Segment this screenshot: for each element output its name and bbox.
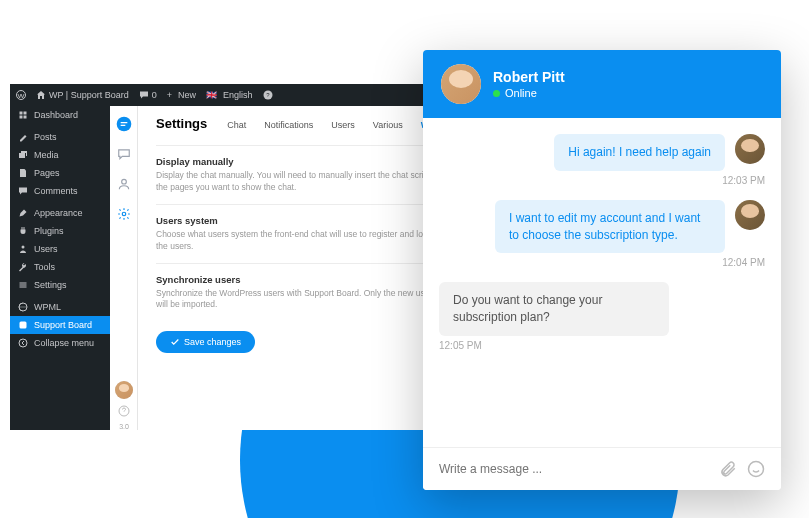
menu-collapse-label: Collapse menu xyxy=(34,338,94,348)
wp-admin-sidebar: Dashboard Posts Media Pages Comments App… xyxy=(10,106,110,430)
menu-comments-label: Comments xyxy=(34,186,78,196)
agent-status: Online xyxy=(493,87,565,99)
menu-posts[interactable]: Posts xyxy=(10,128,110,146)
current-user-avatar[interactable] xyxy=(115,381,133,399)
language-switch[interactable]: 🇬🇧English xyxy=(206,90,253,100)
help-icon[interactable] xyxy=(118,405,130,417)
message-bubble: Do you want to change your subscription … xyxy=(439,282,669,336)
menu-pages-label: Pages xyxy=(34,168,60,178)
svg-point-11 xyxy=(749,462,764,477)
menu-media-label: Media xyxy=(34,150,59,160)
help-icon[interactable]: ? xyxy=(263,90,273,100)
lang-text: English xyxy=(223,90,253,100)
setting-desc: Display the chat manually. You will need… xyxy=(156,170,446,194)
attachment-icon[interactable] xyxy=(719,460,737,478)
chat-header: Robert Pitt Online xyxy=(423,50,781,118)
chat-widget: Robert Pitt Online Hi again! I need help… xyxy=(423,50,781,490)
message-row: Hi again! I need help again xyxy=(439,134,765,171)
save-button[interactable]: Save changes xyxy=(156,331,255,353)
menu-dashboard-label: Dashboard xyxy=(34,110,78,120)
agent-avatar xyxy=(441,64,481,104)
user-avatar xyxy=(735,200,765,230)
svg-point-9 xyxy=(122,212,126,216)
message-time: 12:03 PM xyxy=(439,175,765,186)
menu-pages[interactable]: Pages xyxy=(10,164,110,182)
chat-body: Hi again! I need help again 12:03 PM I w… xyxy=(423,118,781,447)
svg-rect-5 xyxy=(20,322,27,329)
wp-logo[interactable] xyxy=(16,90,26,100)
menu-support-board-label: Support Board xyxy=(34,320,92,330)
agent-name: Robert Pitt xyxy=(493,69,565,85)
version-label: 3.0 xyxy=(119,423,129,430)
tab-notifications[interactable]: Notifications xyxy=(264,120,313,130)
agent-status-text: Online xyxy=(505,87,537,99)
menu-media[interactable]: Media xyxy=(10,146,110,164)
new-content[interactable]: +New xyxy=(167,90,196,100)
message-bubble: Hi again! I need help again xyxy=(554,134,725,171)
menu-dashboard[interactable]: Dashboard xyxy=(10,106,110,124)
site-name-text: WP | Support Board xyxy=(49,90,129,100)
sb-icon-conversations[interactable] xyxy=(116,146,132,162)
menu-support-board[interactable]: Support Board xyxy=(10,316,110,334)
tab-chat[interactable]: Chat xyxy=(227,120,246,130)
menu-users[interactable]: Users xyxy=(10,240,110,258)
menu-settings[interactable]: Settings xyxy=(10,276,110,294)
menu-posts-label: Posts xyxy=(34,132,57,142)
menu-wpml-label: WPML xyxy=(34,302,61,312)
menu-wpml[interactable]: WPML xyxy=(10,298,110,316)
message-time: 12:04 PM xyxy=(439,257,765,268)
chat-input-bar xyxy=(423,447,781,490)
message-time: 12:05 PM xyxy=(439,340,765,351)
comments-count-text: 0 xyxy=(152,90,157,100)
setting-desc: Synchronize the WordPress users with Sup… xyxy=(156,288,446,312)
message-bubble: I want to edit my account and I want to … xyxy=(495,200,725,254)
svg-point-7 xyxy=(116,117,131,132)
emoji-icon[interactable] xyxy=(747,460,765,478)
menu-plugins-label: Plugins xyxy=(34,226,64,236)
menu-tools[interactable]: Tools xyxy=(10,258,110,276)
menu-comments[interactable]: Comments xyxy=(10,182,110,200)
menu-plugins[interactable]: Plugins xyxy=(10,222,110,240)
check-icon xyxy=(170,337,180,347)
menu-settings-label: Settings xyxy=(34,280,67,290)
page-title: Settings xyxy=(156,116,207,131)
sb-icon-chat[interactable] xyxy=(116,116,132,132)
menu-users-label: Users xyxy=(34,244,58,254)
user-avatar xyxy=(735,134,765,164)
menu-appearance[interactable]: Appearance xyxy=(10,204,110,222)
sub-nav-bottom: 3.0 xyxy=(110,381,138,430)
site-name[interactable]: WP | Support Board xyxy=(36,90,129,100)
menu-tools-label: Tools xyxy=(34,262,55,272)
sb-icon-users[interactable] xyxy=(116,176,132,192)
message-input[interactable] xyxy=(439,462,709,476)
sb-icon-settings[interactable] xyxy=(116,206,132,222)
tab-various[interactable]: Various xyxy=(373,120,403,130)
message-row: Do you want to change your subscription … xyxy=(439,282,765,336)
online-dot-icon xyxy=(493,90,500,97)
menu-collapse[interactable]: Collapse menu xyxy=(10,334,110,352)
comments-count[interactable]: 0 xyxy=(139,90,157,100)
setting-desc: Choose what users system the front-end c… xyxy=(156,229,446,253)
tab-users[interactable]: Users xyxy=(331,120,355,130)
svg-point-3 xyxy=(22,246,25,249)
message-row: I want to edit my account and I want to … xyxy=(439,200,765,254)
svg-point-6 xyxy=(19,339,27,347)
save-button-label: Save changes xyxy=(184,337,241,347)
menu-appearance-label: Appearance xyxy=(34,208,83,218)
svg-point-8 xyxy=(121,179,126,184)
new-text: New xyxy=(178,90,196,100)
